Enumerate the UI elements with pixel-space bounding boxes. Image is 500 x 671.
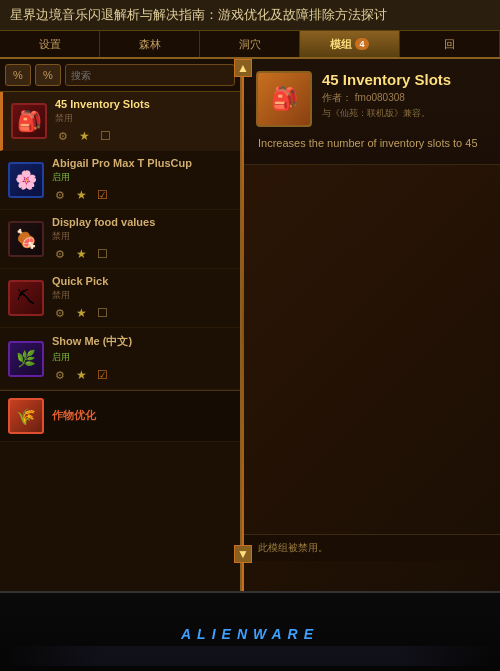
mod-checkbox-5[interactable]: ☑ (94, 367, 110, 383)
mod-detail: 🎒 45 Inventory Slots 作者： fmo080308 与《仙苑：… (242, 59, 500, 165)
mod-title-1: 45 Inventory Slots (55, 98, 232, 110)
crop-optimize-item[interactable]: 🌾 作物优化 (0, 390, 240, 442)
detail-icon: 🎒 (256, 71, 312, 127)
mod-title-3: Display food values (52, 216, 232, 228)
mod-status-2: 启用 (52, 171, 232, 184)
mod-count-badge: 4 (355, 38, 368, 50)
mod-title-2: Abigail Pro Max T PlusCup (52, 157, 232, 169)
mod-item-2[interactable]: 🌸 Abigail Pro Max T PlusCup 启用 ⚙ ★ ☑ (0, 151, 240, 210)
gold-separator (242, 59, 244, 591)
mod-status-4: 禁用 (52, 289, 232, 302)
crop-info: 作物优化 (52, 408, 232, 425)
filter-bar: % % (0, 59, 240, 92)
mod-gear-btn-2[interactable]: ⚙ (52, 187, 68, 203)
mod-info-3: Display food values 禁用 ⚙ ★ ☐ (52, 216, 232, 262)
scroll-down-arrow[interactable]: ▼ (234, 545, 252, 563)
detail-compat: 与《仙苑：联机版》兼容。 (322, 107, 486, 120)
mod-star-btn-2[interactable]: ★ (73, 187, 89, 203)
tab-back[interactable]: 回 (400, 31, 500, 57)
mod-icon-4: ⛏ (8, 280, 44, 316)
mod-status-5: 启用 (52, 351, 232, 364)
mod-star-btn-5[interactable]: ★ (73, 367, 89, 383)
scroll-up-arrow[interactable]: ▲ (234, 59, 252, 77)
game-ui: 设置 森林 洞穴 模组 4 回 % % (0, 31, 500, 591)
keyboard-decoration (0, 646, 500, 666)
mod-disabled-status: 此模组被禁用。 (244, 534, 500, 561)
mod-info-2: Abigail Pro Max T PlusCup 启用 ⚙ ★ ☑ (52, 157, 232, 203)
mod-checkbox-2[interactable]: ☑ (94, 187, 110, 203)
tab-settings[interactable]: 设置 (0, 31, 100, 57)
mod-star-btn-1[interactable]: ★ (76, 128, 92, 144)
mod-checkbox-1[interactable]: ☐ (97, 128, 113, 144)
detail-header: 🎒 45 Inventory Slots 作者： fmo080308 与《仙苑：… (256, 71, 486, 127)
tab-bar: 设置 森林 洞穴 模组 4 回 (0, 31, 500, 59)
mod-controls-2: ⚙ ★ ☑ (52, 187, 232, 203)
left-panel: % % 🎒 45 Inventory Slots 禁用 (0, 59, 242, 591)
detail-author: 作者： fmo080308 (322, 91, 486, 105)
mod-gear-btn-1[interactable]: ⚙ (55, 128, 71, 144)
mod-gear-btn-4[interactable]: ⚙ (52, 305, 68, 321)
mod-star-btn-4[interactable]: ★ (73, 305, 89, 321)
tab-cave[interactable]: 洞穴 (200, 31, 300, 57)
main-content: % % 🎒 45 Inventory Slots 禁用 (0, 59, 500, 591)
filter-btn-2[interactable]: % (35, 64, 61, 86)
mod-icon-2: 🌸 (8, 162, 44, 198)
mod-controls-1: ⚙ ★ ☐ (55, 128, 232, 144)
mod-list: 🎒 45 Inventory Slots 禁用 ⚙ ★ ☐ (0, 92, 240, 591)
mod-info-5: Show Me (中文) 启用 ⚙ ★ ☑ (52, 334, 232, 383)
mod-status-3: 禁用 (52, 230, 232, 243)
mod-controls-3: ⚙ ★ ☐ (52, 246, 232, 262)
alienware-logo: ALIENWARE (181, 626, 319, 642)
mod-item-4[interactable]: ⛏ Quick Pick 禁用 ⚙ ★ ☐ (0, 269, 240, 328)
crop-title: 作物优化 (52, 408, 232, 423)
mod-icon-1: 🎒 (11, 103, 47, 139)
detail-title: 45 Inventory Slots (322, 71, 486, 88)
mod-gear-btn-5[interactable]: ⚙ (52, 367, 68, 383)
article-title: 星界边境音乐闪退解析与解决指南：游戏优化及故障排除方法探讨 (0, 0, 500, 31)
mod-item-1[interactable]: 🎒 45 Inventory Slots 禁用 ⚙ ★ ☐ (0, 92, 240, 151)
mod-title-4: Quick Pick (52, 275, 232, 287)
mod-info-4: Quick Pick 禁用 ⚙ ★ ☐ (52, 275, 232, 321)
mod-controls-5: ⚙ ★ ☑ (52, 367, 232, 383)
mod-item-3[interactable]: 🍖 Display food values 禁用 ⚙ ★ ☐ (0, 210, 240, 269)
right-panel: 🎒 45 Inventory Slots 作者： fmo080308 与《仙苑：… (242, 59, 500, 591)
mod-status-1: 禁用 (55, 112, 232, 125)
mod-checkbox-4[interactable]: ☐ (94, 305, 110, 321)
mod-info-1: 45 Inventory Slots 禁用 ⚙ ★ ☐ (55, 98, 232, 144)
mod-gear-btn-3[interactable]: ⚙ (52, 246, 68, 262)
tab-mods[interactable]: 模组 4 (300, 31, 400, 57)
mod-star-btn-3[interactable]: ★ (73, 246, 89, 262)
mod-controls-4: ⚙ ★ ☐ (52, 305, 232, 321)
crop-icon: 🌾 (8, 398, 44, 434)
tab-forest[interactable]: 森林 (100, 31, 200, 57)
mod-item-5[interactable]: 🌿 Show Me (中文) 启用 ⚙ ★ ☑ (0, 328, 240, 390)
mod-icon-3: 🍖 (8, 221, 44, 257)
detail-info: 45 Inventory Slots 作者： fmo080308 与《仙苑：联机… (322, 71, 486, 124)
mod-title-5: Show Me (中文) (52, 334, 232, 349)
bottom-bar: ALIENWARE (0, 591, 500, 671)
filter-btn-1[interactable]: % (5, 64, 31, 86)
detail-description: Increases the number of inventory slots … (256, 135, 486, 152)
mod-checkbox-3[interactable]: ☐ (94, 246, 110, 262)
search-input[interactable] (65, 64, 235, 86)
mod-icon-5: 🌿 (8, 341, 44, 377)
